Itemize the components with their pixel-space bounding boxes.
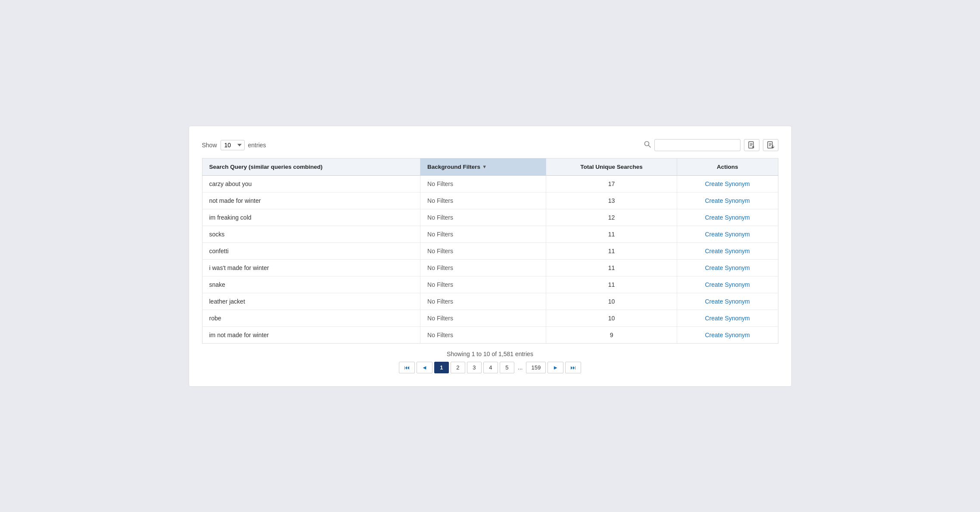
cell-actions: Create Synonym (677, 310, 778, 326)
search-icon (644, 141, 651, 149)
create-synonym-link[interactable]: Create Synonym (705, 298, 750, 305)
pagination-last[interactable]: ⏭ (565, 362, 581, 373)
table-row: robe No Filters 10 Create Synonym (202, 310, 778, 326)
create-synonym-link[interactable]: Create Synonym (705, 248, 750, 254)
cell-searches: 9 (546, 326, 677, 343)
top-right-controls (644, 139, 778, 151)
create-synonym-link[interactable]: Create Synonym (705, 231, 750, 238)
table-row: leather jacket No Filters 10 Create Syno… (202, 293, 778, 310)
svg-line-1 (648, 145, 650, 147)
pagination-info: Showing 1 to 10 of 1,581 entries (202, 351, 778, 357)
cell-searches: 11 (546, 276, 677, 293)
cell-actions: Create Synonym (677, 209, 778, 226)
create-synonym-link[interactable]: Create Synonym (705, 281, 750, 288)
main-container: Show 10 25 50 100 entries (189, 126, 792, 387)
cell-actions: Create Synonym (677, 175, 778, 192)
show-entries-control: Show 10 25 50 100 entries (202, 140, 266, 150)
cell-searches: 17 (546, 175, 677, 192)
pagination: ⏮ ◄ 1 2 3 4 5 ... 159 ► ⏭ (202, 362, 778, 373)
cell-searches: 13 (546, 192, 677, 209)
cell-query: snake (202, 276, 420, 293)
cell-filters: No Filters (420, 175, 546, 192)
cell-searches: 10 (546, 310, 677, 326)
filter-sort-icon: ▼ (482, 164, 487, 169)
cell-actions: Create Synonym (677, 259, 778, 276)
cell-searches: 12 (546, 209, 677, 226)
cell-filters: No Filters (420, 192, 546, 209)
cell-query: leather jacket (202, 293, 420, 310)
cell-query: socks (202, 226, 420, 242)
cell-query: im freaking cold (202, 209, 420, 226)
table-row: im not made for winter No Filters 9 Crea… (202, 326, 778, 343)
cell-searches: 10 (546, 293, 677, 310)
create-synonym-link[interactable]: Create Synonym (705, 180, 750, 187)
cell-actions: Create Synonym (677, 242, 778, 259)
cell-filters: No Filters (420, 209, 546, 226)
cell-actions: Create Synonym (677, 276, 778, 293)
cell-filters: No Filters (420, 242, 546, 259)
create-synonym-link[interactable]: Create Synonym (705, 214, 750, 221)
table-row: socks No Filters 11 Create Synonym (202, 226, 778, 242)
pagination-page-4[interactable]: 4 (483, 362, 498, 373)
col-header-actions: Actions (677, 158, 778, 175)
table-row: not made for winter No Filters 13 Create… (202, 192, 778, 209)
cell-filters: No Filters (420, 259, 546, 276)
cell-filters: No Filters (420, 326, 546, 343)
pagination-page-5[interactable]: 5 (500, 362, 514, 373)
table-row: i was't made for winter No Filters 11 Cr… (202, 259, 778, 276)
table-row: carzy about you No Filters 17 Create Syn… (202, 175, 778, 192)
table-row: im freaking cold No Filters 12 Create Sy… (202, 209, 778, 226)
cell-filters: No Filters (420, 310, 546, 326)
table-row: confetti No Filters 11 Create Synonym (202, 242, 778, 259)
cell-searches: 11 (546, 259, 677, 276)
create-synonym-link[interactable]: Create Synonym (705, 332, 750, 338)
entries-select[interactable]: 10 25 50 100 (221, 140, 245, 150)
pagination-prev[interactable]: ◄ (417, 362, 432, 373)
cell-query: i was't made for winter (202, 259, 420, 276)
col-header-searches: Total Unique Searches (546, 158, 677, 175)
create-synonym-link[interactable]: Create Synonym (705, 315, 750, 322)
cell-query: carzy about you (202, 175, 420, 192)
cell-actions: Create Synonym (677, 226, 778, 242)
top-bar: Show 10 25 50 100 entries (202, 139, 778, 151)
cell-query: robe (202, 310, 420, 326)
table-row: snake No Filters 11 Create Synonym (202, 276, 778, 293)
pagination-page-last[interactable]: 159 (526, 362, 546, 373)
cell-actions: Create Synonym (677, 326, 778, 343)
cell-searches: 11 (546, 242, 677, 259)
pagination-ellipsis: ... (516, 362, 525, 373)
cell-filters: No Filters (420, 226, 546, 242)
cell-query: im not made for winter (202, 326, 420, 343)
pagination-page-3[interactable]: 3 (467, 362, 482, 373)
create-synonym-link[interactable]: Create Synonym (705, 264, 750, 271)
search-queries-table: Search Query (similar queries combined) … (202, 158, 778, 344)
export-excel-button[interactable] (763, 139, 778, 151)
cell-searches: 11 (546, 226, 677, 242)
cell-query: not made for winter (202, 192, 420, 209)
pagination-page-2[interactable]: 2 (451, 362, 465, 373)
show-label: Show (202, 142, 217, 149)
cell-actions: Create Synonym (677, 192, 778, 209)
pagination-first[interactable]: ⏮ (399, 362, 415, 373)
create-synonym-link[interactable]: Create Synonym (705, 197, 750, 204)
pagination-next[interactable]: ► (548, 362, 563, 373)
export-csv-button[interactable] (744, 139, 759, 151)
pagination-page-1[interactable]: 1 (434, 362, 449, 373)
cell-actions: Create Synonym (677, 293, 778, 310)
cell-filters: No Filters (420, 293, 546, 310)
col-header-query: Search Query (similar queries combined) (202, 158, 420, 175)
cell-filters: No Filters (420, 276, 546, 293)
entries-label: entries (248, 142, 266, 149)
search-input[interactable] (654, 139, 740, 151)
cell-query: confetti (202, 242, 420, 259)
col-header-filters[interactable]: Background Filters ▼ (420, 158, 546, 175)
